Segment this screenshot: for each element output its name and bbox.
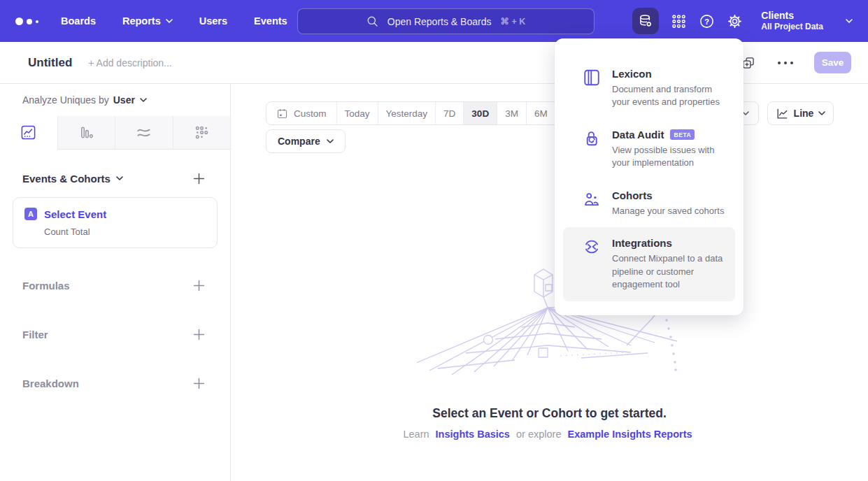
project-data-scope: All Project Data: [761, 22, 823, 33]
menu-item-title: Cohorts: [612, 189, 724, 201]
settings-button[interactable]: [727, 13, 743, 29]
range-6m[interactable]: 6M: [526, 102, 555, 124]
chevron-down-icon: [140, 98, 147, 102]
grid-dots-icon: [671, 13, 687, 29]
data-management-popover: Lexicon Document and transform your even…: [555, 38, 744, 315]
beta-badge: BETA: [670, 129, 695, 140]
formulas-label: Formulas: [22, 280, 70, 292]
menu-item-title: Data Audit: [612, 129, 664, 141]
apps-grid-button[interactable]: [671, 13, 687, 29]
chart-type-tabs: [0, 116, 230, 150]
calendar-icon: [276, 108, 288, 120]
nav-item-events[interactable]: Events: [254, 15, 287, 27]
analyze-uniques-selector[interactable]: Analyze Uniques by User: [0, 84, 230, 116]
save-button[interactable]: Save: [814, 52, 851, 73]
add-event-button[interactable]: [193, 173, 205, 185]
chevron-down-icon: [327, 139, 334, 143]
menu-item-title: Integrations: [612, 237, 728, 249]
events-cohorts-toggle[interactable]: Events & Cohorts: [22, 173, 123, 185]
integrations-sync-icon: [583, 238, 601, 256]
filter-label: Filter: [22, 329, 48, 340]
empty-state-subtitle: Learn Insights Basics or explore Example…: [231, 429, 868, 440]
lexicon-book-icon: [583, 69, 601, 87]
stacked-flow-icon: [136, 124, 152, 141]
analyze-value: User: [113, 94, 135, 106]
primary-nav: Boards Reports Users Events: [61, 15, 287, 27]
data-management-button[interactable]: [632, 8, 659, 34]
nav-item-boards[interactable]: Boards: [61, 15, 96, 27]
menu-item-lexicon[interactable]: Lexicon Document and transform your even…: [555, 58, 744, 119]
report-title[interactable]: Untitled: [28, 56, 72, 70]
analyze-label: Analyze Uniques by: [22, 94, 109, 106]
tab-line-chart[interactable]: [0, 116, 57, 150]
more-options-button[interactable]: [778, 62, 793, 64]
tab-stacked-chart[interactable]: [115, 116, 173, 150]
global-search-input[interactable]: Open Reports & Boards ⌘ + K: [297, 8, 595, 34]
project-name: Clients: [761, 9, 823, 22]
event-letter-badge: A: [24, 208, 37, 220]
search-icon: [367, 15, 378, 27]
metric-dots-icon: [194, 124, 210, 141]
query-builder-sidebar: Analyze Uniques by User: [0, 84, 231, 481]
menu-item-description: View possible issues with your implement…: [612, 144, 731, 170]
mixpanel-logo-icon[interactable]: [15, 17, 38, 25]
select-event-label[interactable]: Select Event: [44, 208, 106, 220]
example-reports-link[interactable]: Example Insights Reports: [567, 429, 692, 440]
menu-item-cohorts[interactable]: Cohorts Manage your saved cohorts: [555, 180, 744, 227]
menu-item-data-audit[interactable]: Data Audit BETA View possible issues wit…: [555, 119, 744, 180]
range-3m[interactable]: 3M: [497, 102, 526, 124]
range-yesterday[interactable]: Yesterday: [378, 102, 436, 124]
chart-canvas: Custom Today Yesterday 7D 30D 3M 6M 12M …: [231, 84, 868, 481]
search-placeholder: Open Reports & Boards: [387, 16, 492, 27]
search-shortcut-hint: ⌘ + K: [500, 16, 525, 27]
svg-text:?: ?: [704, 17, 709, 25]
add-formula-button[interactable]: [193, 280, 205, 292]
filter-section: Filter: [0, 324, 230, 344]
range-7d[interactable]: 7D: [435, 102, 463, 124]
report-actions: Save: [741, 52, 851, 73]
add-description-field[interactable]: + Add description...: [88, 57, 171, 69]
range-today[interactable]: Today: [336, 102, 378, 124]
help-button[interactable]: ?: [699, 13, 715, 29]
select-event-card[interactable]: A Select Event Count Total: [13, 197, 218, 248]
insights-basics-link[interactable]: Insights Basics: [436, 429, 510, 440]
menu-item-title: Lexicon: [612, 68, 731, 80]
top-navbar: Boards Reports Users Events Open Reports…: [0, 0, 868, 42]
explore-middle: or explore: [516, 429, 561, 440]
chart-type-dropdown[interactable]: Line: [767, 101, 834, 125]
bar-chart-icon: [78, 124, 94, 141]
menu-item-description: Manage your saved cohorts: [612, 205, 724, 217]
chevron-down-icon: [166, 19, 173, 23]
chevron-down-icon: [846, 19, 853, 23]
tab-bar-chart[interactable]: [57, 116, 115, 150]
empty-state-title: Select an Event or Cohort to get started…: [231, 406, 868, 421]
gear-icon: [727, 13, 743, 29]
menu-item-description: Connect Mixpanel to a data pipeline or c…: [612, 252, 728, 291]
learn-prefix: Learn: [403, 429, 429, 440]
breakdown-label: Breakdown: [22, 378, 79, 389]
count-total-selector[interactable]: Count Total: [44, 227, 206, 237]
cohorts-users-icon: [583, 190, 601, 208]
project-switcher[interactable]: Clients All Project Data: [761, 9, 823, 33]
add-breakdown-button[interactable]: [193, 378, 205, 389]
data-audit-lock-icon: [583, 129, 601, 148]
breakdown-section: Breakdown: [0, 373, 230, 393]
add-filter-button[interactable]: [193, 329, 205, 340]
compare-button[interactable]: Compare: [266, 129, 346, 153]
nav-item-reports[interactable]: Reports: [122, 15, 173, 27]
menu-item-integrations[interactable]: Integrations Connect Mixpanel to a data …: [563, 227, 735, 301]
range-custom[interactable]: Custom: [266, 102, 336, 124]
duplicate-report-icon[interactable]: [741, 56, 755, 70]
line-chart-icon: [20, 124, 36, 141]
question-circle-icon: ?: [699, 13, 715, 29]
menu-item-description: Document and transform your events and p…: [612, 83, 731, 109]
events-cohorts-header: Events & Cohorts: [0, 168, 230, 188]
chevron-down-icon: [818, 111, 825, 115]
chevron-down-icon: [116, 176, 123, 180]
database-gear-icon: [638, 13, 653, 29]
line-chart-icon: [776, 107, 789, 120]
range-30d-selected[interactable]: 30D: [463, 102, 497, 124]
nav-item-users[interactable]: Users: [199, 15, 227, 27]
formulas-section: Formulas: [0, 275, 230, 295]
tab-metrics[interactable]: [173, 116, 231, 150]
